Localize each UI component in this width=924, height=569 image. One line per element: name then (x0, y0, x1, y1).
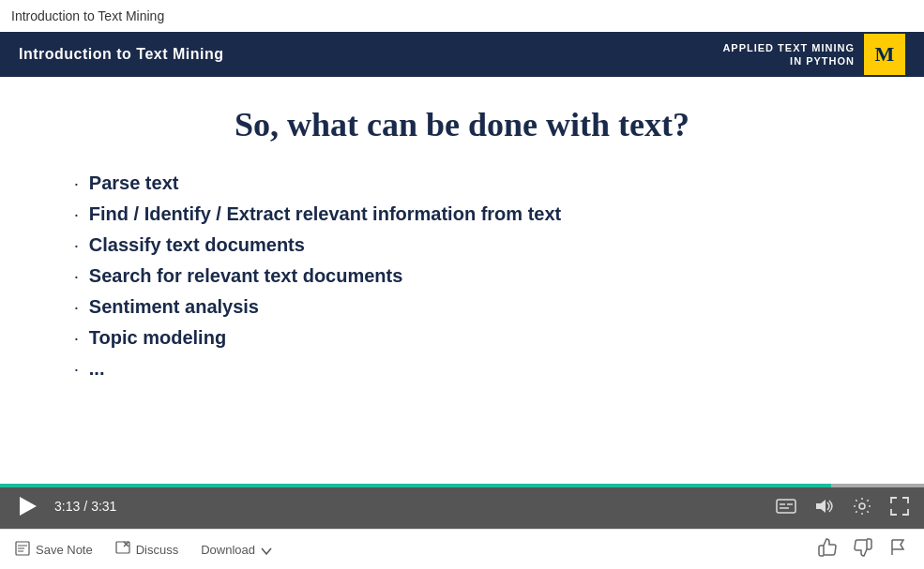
thumbup-button[interactable] (817, 537, 838, 562)
slide-bullets: •Parse text•Find / Identify / Extract re… (56, 172, 868, 380)
slide-content: So, what can be done with text? •Parse t… (0, 77, 924, 408)
bullet-dot: • (75, 335, 78, 343)
play-icon (20, 497, 37, 516)
time-display: 3:13 / 3:31 (54, 499, 116, 514)
play-button[interactable] (15, 493, 41, 519)
bullet-dot: • (75, 304, 78, 312)
video-container: Introduction to Text Mining APPLIED TEXT… (0, 32, 924, 529)
applied-text: APPLIED TEXT MINING IN PYTHON (722, 41, 855, 68)
discuss-icon (115, 541, 130, 559)
bullet-dot: • (75, 366, 78, 374)
bottom-bar: Save Note Discuss Download (0, 529, 924, 569)
list-item: •Search for relevant text documents (75, 265, 868, 287)
bullet-text: Find / Identify / Extract relevant infor… (89, 203, 561, 225)
progress-bar-remaining (831, 484, 925, 487)
window-title: Introduction to Text Mining (0, 0, 924, 32)
bullet-dot: • (75, 242, 78, 250)
slide-main-heading: So, what can be done with text? (56, 105, 868, 144)
bullet-text: Classify text documents (89, 234, 305, 256)
svg-marker-4 (816, 500, 826, 513)
download-label: Download (201, 543, 255, 557)
fullscreen-button[interactable] (890, 497, 909, 516)
bottom-right-actions (817, 537, 909, 562)
list-item: •Parse text (75, 172, 868, 194)
progress-bar[interactable] (0, 484, 924, 487)
settings-button[interactable] (853, 497, 871, 516)
bullet-dot: • (75, 211, 78, 219)
chevron-down-icon (261, 542, 272, 558)
save-note-action[interactable]: Save Note (15, 541, 93, 559)
bullet-text: Sentiment analysis (89, 296, 259, 318)
bullet-dot: • (75, 273, 78, 281)
list-item: •Find / Identify / Extract relevant info… (75, 203, 868, 225)
window-title-text: Introduction to Text Mining (11, 8, 164, 23)
bullet-text: Search for relevant text documents (89, 265, 403, 287)
bullet-text: ... (89, 358, 105, 380)
time-separator: / (83, 499, 87, 514)
slide-area: Introduction to Text Mining APPLIED TEXT… (0, 32, 924, 484)
progress-bar-fill (0, 484, 831, 487)
controls-right (776, 497, 909, 516)
video-controls: 3:13 / 3:31 (0, 484, 924, 529)
list-item: •... (75, 358, 868, 380)
svg-point-5 (859, 503, 865, 509)
bullet-text: Parse text (89, 172, 179, 194)
list-item: •Topic modeling (75, 327, 868, 349)
bullet-dot: • (75, 180, 78, 188)
save-note-label: Save Note (36, 543, 93, 557)
captions-button[interactable] (776, 499, 796, 514)
flag-button[interactable] (888, 537, 909, 562)
discuss-action[interactable]: Discuss (115, 541, 179, 559)
slide-header-right: APPLIED TEXT MINING IN PYTHON M (722, 34, 905, 75)
list-item: •Classify text documents (75, 234, 868, 256)
download-action[interactable]: Download (201, 542, 272, 558)
thumbdown-button[interactable] (853, 537, 873, 562)
discuss-label: Discuss (136, 543, 179, 557)
list-item: •Sentiment analysis (75, 296, 868, 318)
slide-header: Introduction to Text Mining APPLIED TEXT… (0, 32, 924, 77)
slide-header-title: Introduction to Text Mining (19, 46, 224, 63)
save-note-icon (15, 541, 30, 559)
svg-rect-0 (777, 500, 795, 513)
volume-button[interactable] (815, 498, 834, 515)
umich-logo: M (864, 34, 905, 75)
total-time: 3:31 (91, 499, 116, 514)
bullet-text: Topic modeling (89, 327, 226, 349)
current-time: 3:13 (54, 499, 80, 514)
